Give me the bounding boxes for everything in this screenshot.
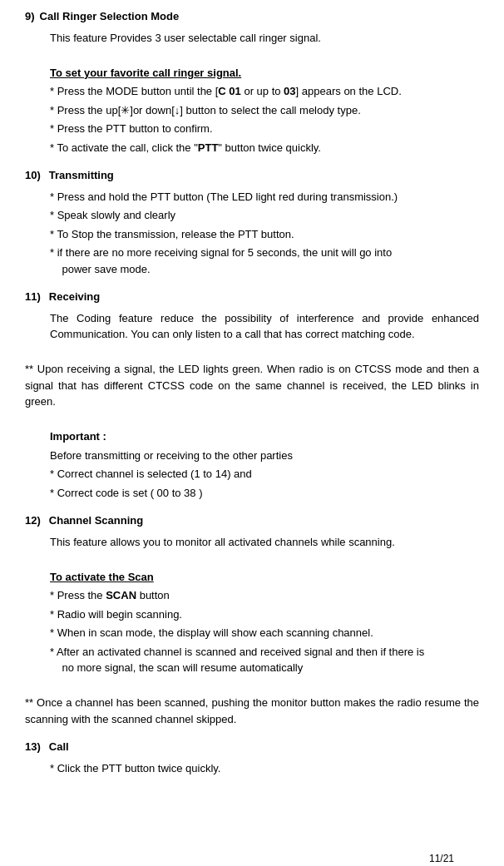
section-12-item-2: * When in scan mode, the display will sh… — [50, 625, 479, 641]
section-11-header: 11) Receiving — [25, 289, 479, 307]
section-12-number: 12) — [25, 512, 41, 529]
section-9: 9) Call Ringer Selection Mode This featu… — [25, 8, 479, 156]
section-11-number: 11) — [25, 289, 41, 305]
section-12: 12) Channel Scanning This feature allows… — [25, 512, 479, 727]
section-11-body: The Coding feature reduce the possibilit… — [25, 310, 479, 343]
section-11-important: Important : Before transmitting or recei… — [25, 428, 479, 501]
section-10-header: 10) Transmitting — [25, 167, 479, 186]
section-12-item-3: * After an activated channel is scanned … — [50, 644, 479, 676]
section-10-number: 10) — [25, 167, 41, 184]
section-11-intro: The Coding feature reduce the possibilit… — [50, 310, 479, 343]
section-13-header: 13) Call — [25, 739, 479, 757]
section-10: 10) Transmitting * Press and hold the PT… — [25, 167, 479, 277]
section-11-important-item-1: * Correct code is set ( 00 to 38 ) — [50, 485, 479, 502]
section-10-item-1: * Speak slowly and clearly — [50, 207, 479, 224]
page-number: 11/21 — [429, 851, 454, 866]
section-10-item-3: * if there are no more receiving signal … — [50, 245, 479, 277]
section-10-item-0: * Press and hold the PTT button (The LED… — [50, 189, 479, 205]
section-11-title: Receiving — [49, 289, 100, 305]
section-12-item-0: * Press the SCAN button — [50, 587, 479, 604]
section-11-important-item-0: * Correct channel is selected (1 to 14) … — [50, 466, 479, 482]
section-12-header: 12) Channel Scanning — [25, 512, 479, 531]
page-wrapper: 9) Call Ringer Selection Mode This featu… — [25, 8, 479, 866]
section-12-body: This feature allows you to monitor all a… — [25, 534, 479, 676]
section-9-item-2: * Press the PTT button to confirm. — [50, 121, 479, 137]
section-11: 11) Receiving The Coding feature reduce … — [25, 289, 479, 501]
section-12-title: Channel Scanning — [49, 512, 143, 529]
section-11-important-title: Important : — [50, 428, 479, 445]
section-12-sub-title: To activate the Scan — [50, 569, 479, 586]
section-10-item-2: * To Stop the transmission, release the … — [50, 226, 479, 243]
section-10-body: * Press and hold the PTT button (The LED… — [25, 189, 479, 278]
section-13-body: * Click the PTT button twice quickly. — [25, 760, 479, 777]
section-9-item-0: * Press the MODE button until the [C 01 … — [50, 83, 479, 100]
section-13: 13) Call * Click the PTT button twice qu… — [25, 739, 479, 776]
section-9-item-1: * Press the up[✳]or down[↓] button to se… — [50, 102, 479, 119]
section-11-note: ** Upon receiving a signal, the LED ligh… — [25, 361, 479, 410]
section-10-title: Transmitting — [49, 167, 114, 184]
section-9-number: 9) — [25, 8, 35, 25]
section-9-sub-title: To set your favorite call ringer signal. — [50, 65, 479, 82]
section-12-note: ** Once a channel has been scanned, push… — [25, 695, 479, 727]
section-11-important-intro: Before transmitting or receiving to the … — [50, 448, 479, 464]
section-9-header: 9) Call Ringer Selection Mode — [25, 8, 479, 27]
section-9-intro: This feature Provides 3 user selectable … — [50, 30, 479, 47]
section-9-title: Call Ringer Selection Mode — [40, 8, 180, 25]
section-12-intro: This feature allows you to monitor all a… — [50, 534, 479, 551]
section-9-item-3: * To activate the call, click the "PTT" … — [50, 140, 479, 156]
section-9-body: This feature Provides 3 user selectable … — [25, 30, 479, 156]
section-13-number: 13) — [25, 739, 41, 755]
section-13-title: Call — [49, 739, 69, 755]
section-12-item-1: * Radio will begin scanning. — [50, 606, 479, 623]
section-13-item-0: * Click the PTT button twice quickly. — [50, 760, 479, 777]
